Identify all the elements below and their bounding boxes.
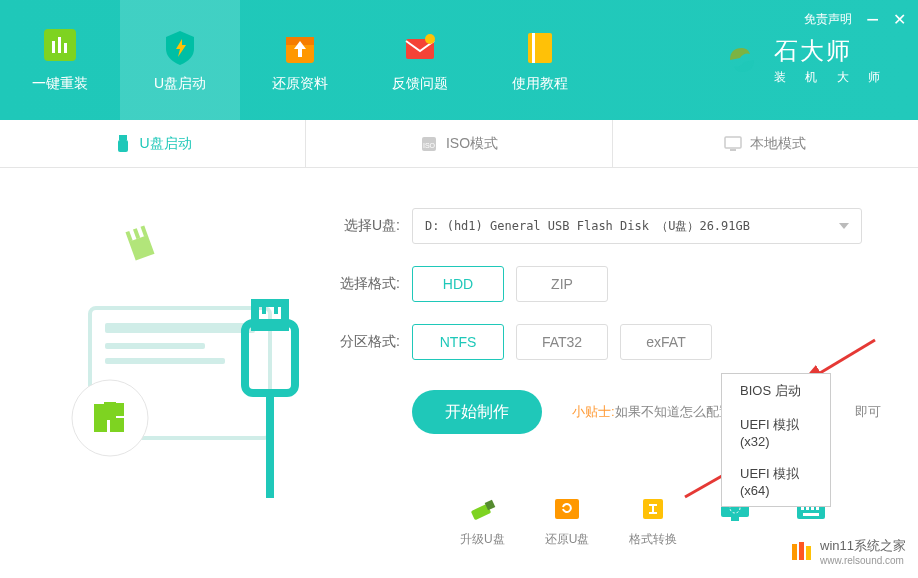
bar-chart-icon	[40, 27, 80, 67]
upload-box-icon	[280, 27, 320, 67]
svg-point-7	[425, 34, 435, 44]
shield-lightning-icon	[160, 27, 200, 67]
close-button[interactable]: ✕	[893, 10, 906, 29]
minimize-button[interactable]: −	[866, 15, 879, 25]
svg-rect-8	[528, 33, 552, 63]
nav-restore-data[interactable]: 还原资料	[240, 0, 360, 120]
svg-rect-23	[94, 419, 107, 432]
tab-label: 本地模式	[750, 135, 806, 153]
udisk-select[interactable]: D: (hd1) General USB Flash Disk （U盘）26.9…	[412, 208, 862, 244]
brand-main-text: 石大师	[774, 35, 888, 67]
svg-rect-17	[105, 323, 255, 333]
svg-rect-41	[816, 507, 819, 510]
boot-mode-dropdown: BIOS 启动 UEFI 模拟(x32) UEFI 模拟(x64)	[721, 373, 831, 507]
partition-fat32-option[interactable]: FAT32	[516, 324, 608, 360]
disclaimer-link[interactable]: 免责声明	[804, 11, 852, 28]
dropdown-uefi-x64[interactable]: UEFI 模拟(x64)	[722, 457, 830, 506]
svg-rect-19	[105, 358, 225, 364]
svg-text:ISO: ISO	[423, 142, 436, 149]
udisk-value: D: (hd1) General USB Flash Disk （U盘）26.9…	[425, 218, 750, 235]
tool-upgrade-udisk[interactable]: 升级U盘	[460, 495, 505, 548]
watermark-text: win11系统之家	[820, 538, 906, 553]
udisk-illustration	[30, 208, 310, 488]
tab-label: U盘启动	[140, 135, 192, 153]
nav-one-click-install[interactable]: 一键重装	[0, 0, 120, 120]
svg-rect-38	[801, 507, 804, 510]
svg-rect-2	[58, 37, 61, 53]
svg-rect-15	[730, 149, 736, 151]
brand-sub-text: 装 机 大 师	[774, 69, 888, 86]
svg-rect-24	[110, 418, 124, 432]
svg-rect-40	[811, 507, 814, 510]
svg-rect-1	[52, 41, 55, 53]
nav-label: 一键重装	[32, 75, 88, 93]
svg-rect-3	[64, 43, 67, 53]
partition-exfat-option[interactable]: exFAT	[620, 324, 712, 360]
nav-label: 使用教程	[512, 75, 568, 93]
tip-label: 小贴士:	[572, 404, 615, 419]
svg-rect-42	[803, 513, 819, 516]
select-format-label: 选择格式:	[330, 275, 400, 293]
usb-green-icon	[464, 495, 500, 523]
tab-label: ISO模式	[446, 135, 498, 153]
format-hdd-option[interactable]: HDD	[412, 266, 504, 302]
svg-rect-32	[555, 499, 579, 519]
nav-label: 反馈问题	[392, 75, 448, 93]
tool-format-convert[interactable]: 格式转换	[629, 495, 677, 548]
tool-restore-udisk[interactable]: 还原U盘	[545, 495, 590, 548]
watermark-logo-icon	[790, 540, 814, 564]
tool-label: 还原U盘	[545, 531, 590, 548]
restore-orange-icon	[549, 495, 585, 523]
nav-label: 还原资料	[272, 75, 328, 93]
tool-label: 格式转换	[629, 531, 677, 548]
book-icon	[520, 27, 560, 67]
svg-rect-47	[806, 546, 811, 560]
svg-rect-45	[792, 544, 797, 560]
svg-rect-9	[532, 33, 535, 63]
svg-rect-21	[94, 404, 107, 417]
svg-rect-27	[262, 306, 266, 314]
tip-content: 如果不知道怎么配置	[615, 404, 732, 419]
partition-format-label: 分区格式:	[330, 333, 400, 351]
svg-rect-46	[799, 542, 804, 560]
nav-udisk-boot[interactable]: U盘启动	[120, 0, 240, 120]
start-make-button[interactable]: 开始制作	[412, 390, 542, 434]
iso-icon: ISO	[420, 135, 438, 153]
svg-rect-18	[105, 343, 205, 349]
svg-rect-39	[806, 507, 809, 510]
usb-icon	[114, 135, 132, 153]
brand-logo-icon	[722, 40, 762, 80]
svg-rect-11	[118, 140, 128, 152]
convert-yellow-icon	[635, 495, 671, 523]
dropdown-bios-boot[interactable]: BIOS 启动	[722, 374, 830, 408]
nav-label: U盘启动	[154, 75, 206, 93]
tool-label: 升级U盘	[460, 531, 505, 548]
watermark-url: www.relsound.com	[820, 555, 906, 566]
dropdown-uefi-x32[interactable]: UEFI 模拟(x32)	[722, 408, 830, 457]
svg-rect-36	[731, 517, 739, 521]
tab-udisk-boot[interactable]: U盘启动	[0, 120, 306, 167]
svg-rect-10	[119, 135, 127, 140]
format-zip-option[interactable]: ZIP	[516, 266, 608, 302]
envelope-icon	[400, 27, 440, 67]
tab-local-mode[interactable]: 本地模式	[613, 120, 918, 167]
tab-iso-mode[interactable]: ISO ISO模式	[306, 120, 612, 167]
nav-tutorial[interactable]: 使用教程	[480, 0, 600, 120]
monitor-icon	[724, 135, 742, 153]
svg-rect-28	[274, 306, 278, 314]
select-udisk-label: 选择U盘:	[330, 217, 400, 235]
tip-suffix: 即可	[855, 404, 881, 419]
svg-rect-22	[110, 403, 124, 416]
nav-feedback[interactable]: 反馈问题	[360, 0, 480, 120]
watermark: win11系统之家 www.relsound.com	[790, 537, 906, 566]
partition-ntfs-option[interactable]: NTFS	[412, 324, 504, 360]
svg-rect-14	[725, 137, 741, 148]
